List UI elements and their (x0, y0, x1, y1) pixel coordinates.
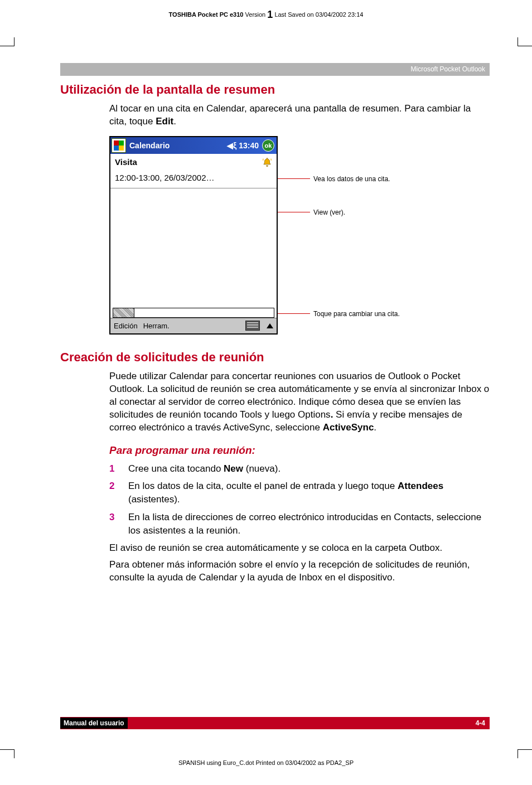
clock: 13:40 (239, 141, 259, 150)
subject-row: Visita (110, 154, 277, 168)
crop-mark (0, 46, 14, 46)
para-outbox: El aviso de reunión se crea automáticame… (109, 542, 490, 555)
subject-text: Visita (115, 157, 137, 167)
callout-column: Vea los datos de una cita. View (ver). T… (278, 136, 490, 335)
steps-list: 1 Cree una cita tocando New (nueva). 2 E… (109, 462, 490, 537)
step-number: 2 (109, 479, 118, 506)
app-title: Calendario (127, 141, 227, 150)
menubar: Edición Herram. (110, 318, 277, 333)
step-1: 1 Cree una cita tocando New (nueva). (109, 462, 490, 476)
appointment-time: 12:00-13:00, 26/03/2002… (110, 168, 277, 188)
figure: Calendario ◀ξ 13:40 ok Visita 12:00-13:0… (109, 136, 490, 335)
text: . (173, 116, 176, 127)
para-creacion: Puede utilizar Calendar para concertar r… (109, 370, 490, 434)
heading-creacion: Creación de solicitudes de reunión (60, 350, 490, 365)
callout-1: Vea los datos de una cita. (278, 175, 390, 183)
section-band: Microsoft Pocket Outlook (60, 63, 490, 76)
step-2: 2 En los datos de la cita, oculte el pan… (109, 479, 490, 506)
bold-new: New (224, 463, 243, 474)
step-number: 1 (109, 462, 118, 476)
callout-line (278, 178, 310, 179)
footer-left: Manual del usuario (60, 718, 128, 729)
text: En los datos de la cita, oculte el panel… (128, 481, 398, 491)
bold-edit: Edit (156, 116, 173, 127)
heading-programar: Para programar una reunión: (109, 444, 490, 457)
keyboard-icon[interactable] (245, 321, 260, 331)
crop-mark (0, 749, 14, 750)
version-label: Version (245, 11, 266, 18)
crop-mark (14, 37, 14, 46)
content-area: Utilización de la pantalla de resumen Al… (60, 83, 490, 589)
version-number: 1 (267, 9, 273, 20)
crop-mark (518, 46, 532, 46)
callout-text-3: Toque para cambiar una cita. (313, 310, 400, 318)
menu-herram[interactable]: Herram. (143, 322, 170, 330)
callout-text-2: View (ver). (313, 209, 345, 216)
band-text: Microsoft Pocket Outlook (411, 65, 485, 73)
ok-button[interactable]: ok (262, 139, 274, 152)
scrollbar-thumb[interactable] (113, 308, 134, 317)
pocketpc-screenshot: Calendario ◀ξ 13:40 ok Visita 12:00-13:0… (109, 136, 278, 335)
start-icon[interactable] (112, 138, 126, 153)
arrow-up-icon[interactable] (267, 323, 273, 328)
scrollbar[interactable] (113, 308, 274, 318)
bold-activesync: ActiveSync (323, 422, 374, 433)
text: (asistentes). (128, 494, 180, 505)
step-number: 3 (109, 511, 118, 537)
callout-3: Toque para cambiar una cita. (278, 310, 400, 318)
page-header: TOSHIBA Pocket PC e310 Version 1 Last Sa… (0, 9, 532, 21)
crop-mark (518, 749, 532, 750)
heading-utilizacion: Utilización de la pantalla de resumen (60, 83, 490, 97)
crop-mark (14, 749, 14, 758)
menu-edicion[interactable]: Edición (114, 322, 138, 330)
step-3: 3 En la lista de direcciones de correo e… (109, 511, 490, 537)
bell-icon[interactable] (262, 157, 272, 167)
speaker-icon[interactable]: ◀ξ (227, 141, 236, 150)
text: Cree una cita tocando (128, 463, 224, 474)
callout-text-1: Vea los datos de una cita. (313, 175, 390, 183)
para-intro: Al tocar en una cita en Calendar, aparec… (109, 103, 490, 128)
callout-line (278, 212, 310, 212)
step-text: Cree una cita tocando New (nueva). (128, 462, 280, 476)
empty-area (110, 188, 277, 318)
saved-timestamp: Last Saved on 03/04/2002 23:14 (274, 11, 363, 18)
titlebar: Calendario ◀ξ 13:40 ok (110, 137, 277, 154)
callout-2: View (ver). (278, 209, 345, 216)
text: . (374, 422, 376, 433)
step-text: En la lista de direcciones de correo ele… (128, 511, 490, 537)
crop-mark (518, 37, 518, 46)
product-name: TOSHIBA Pocket PC e310 (169, 11, 244, 18)
crop-mark (518, 749, 518, 758)
step-text: En los datos de la cita, oculte el panel… (128, 479, 490, 506)
bold-attendees: Attendees (398, 481, 443, 491)
callout-line (278, 313, 310, 314)
text: (nueva). (243, 463, 280, 474)
para-moreinfo: Para obtener más información sobre el en… (109, 559, 490, 584)
footer-bar: Manual del usuario 4-4 (60, 717, 490, 729)
print-info: SPANISH using Euro_C.dot Printed on 03/0… (0, 759, 532, 766)
footer-page: 4-4 (476, 719, 485, 727)
device-body: Visita 12:00-13:00, 26/03/2002… (110, 154, 277, 318)
